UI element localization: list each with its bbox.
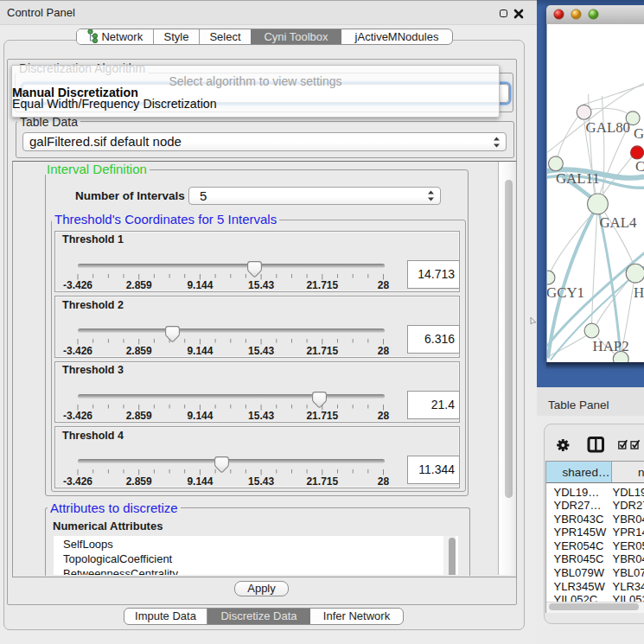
svg-text:HA: HA bbox=[634, 284, 644, 301]
svg-text:GA: GA bbox=[634, 125, 644, 142]
svg-text:GAL4: GAL4 bbox=[599, 214, 637, 231]
svg-text:GAL11: GAL11 bbox=[556, 170, 600, 187]
svg-text:GAL80: GAL80 bbox=[586, 119, 630, 136]
svg-text:GCY1: GCY1 bbox=[546, 284, 584, 301]
svg-text:CY: CY bbox=[635, 158, 644, 175]
svg-text:HAP2: HAP2 bbox=[593, 338, 629, 354]
